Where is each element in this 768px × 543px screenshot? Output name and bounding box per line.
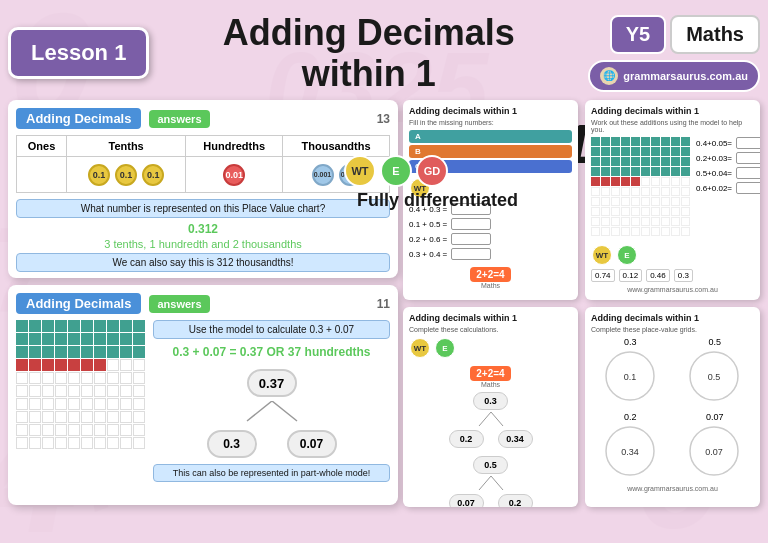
mg-cell xyxy=(661,227,670,236)
grid-cell xyxy=(81,385,93,397)
hundredths-cell: 0.01 xyxy=(186,157,283,193)
ws1-answer-4[interactable] xyxy=(451,248,491,260)
grid-card: Adding Decimals answers 11 (function(){ … xyxy=(8,285,398,505)
e-badge: E xyxy=(380,155,412,187)
grid-card-title: Adding Decimals xyxy=(16,293,141,314)
mg-cell xyxy=(661,187,670,196)
ws1-subtitle: Fill in the missing numbers: xyxy=(409,119,572,126)
ws2-left: (function(){ const mg = document.current… xyxy=(591,137,690,240)
grid-cell xyxy=(133,333,145,345)
mg-cell xyxy=(631,177,640,186)
grid-cell xyxy=(120,411,132,423)
ws2-q1: 0.4+0.05= xyxy=(696,137,760,149)
grid-cell xyxy=(16,424,28,436)
grid-cell xyxy=(120,398,132,410)
ws2-a1[interactable] xyxy=(736,137,760,149)
circle-svg-1: 0.1 xyxy=(603,349,658,404)
grid-cell xyxy=(81,372,93,384)
grid-cell xyxy=(68,398,80,410)
grid-cell xyxy=(107,424,119,436)
right-badges: Y5 Maths 🌐 grammarsaurus.com.au xyxy=(588,15,760,92)
mg-cell xyxy=(591,197,600,206)
grid-cell xyxy=(133,346,145,358)
svg-line-3 xyxy=(491,412,503,426)
instruction-box: Use the model to calculate 0.3 + 0.07 xyxy=(153,320,390,339)
ws1-answer-2[interactable] xyxy=(451,218,491,230)
grid-cell xyxy=(42,424,54,436)
ws2-a4[interactable] xyxy=(736,182,760,194)
grid-cell xyxy=(16,346,28,358)
mg-cell xyxy=(641,177,650,186)
mg-cell xyxy=(641,227,650,236)
ws1-q3: 0.2 + 0.6 = xyxy=(409,233,572,245)
grid-cell xyxy=(55,372,67,384)
grammarsaurus-badge: 🌐 grammarsaurus.com.au xyxy=(588,60,760,92)
grid-cell xyxy=(42,359,54,371)
circle-svg-2: 0.5 xyxy=(687,349,742,404)
grid-cell xyxy=(107,333,119,345)
mg-cell xyxy=(671,207,680,216)
grid-cell xyxy=(16,320,28,332)
grid-cell xyxy=(55,437,67,449)
mg-cell xyxy=(661,207,670,216)
mg-cell xyxy=(651,227,660,236)
grid-cell xyxy=(42,385,54,397)
pv-alt-text: We can also say this is 312 thousandths! xyxy=(16,253,390,272)
grid-cell xyxy=(81,333,93,345)
circle-svg-4: 0.07 xyxy=(687,424,742,479)
mg-cell xyxy=(651,197,660,206)
grid-cell xyxy=(55,385,67,397)
grid-cell xyxy=(55,320,67,332)
grid-cell xyxy=(68,359,80,371)
grid-cell xyxy=(120,424,132,436)
grid-cell xyxy=(81,424,93,436)
main-title: Adding Decimals within 1 xyxy=(149,12,588,95)
mg-cell xyxy=(611,207,620,216)
svg-text:0.5: 0.5 xyxy=(708,372,721,382)
ws2-values: 0.74 0.12 0.46 0.3 xyxy=(591,269,754,282)
grid-cell xyxy=(94,372,106,384)
grid-cell xyxy=(107,411,119,423)
mg-cell xyxy=(591,187,600,196)
ws1-answer-3[interactable] xyxy=(451,233,491,245)
grid-cell xyxy=(68,333,80,345)
mg-cell xyxy=(611,147,620,156)
grid-cell xyxy=(42,320,54,332)
ws2-a2[interactable] xyxy=(736,152,760,164)
grid-cell xyxy=(55,424,67,436)
circle-group-4: 0.07 0.07 xyxy=(676,412,755,481)
ws2-wt: WT xyxy=(592,245,612,265)
gd-badge: GD xyxy=(416,155,448,187)
grid-cell xyxy=(42,437,54,449)
mg-cell xyxy=(661,197,670,206)
ws2-q2: 0.2+0.03= xyxy=(696,152,760,164)
ws2-q4: 0.6+0.02= xyxy=(696,182,760,194)
grid-cell xyxy=(16,359,28,371)
grid-cell xyxy=(120,346,132,358)
mg-cell xyxy=(671,217,680,226)
grid-cell xyxy=(94,346,106,358)
ws2-a3[interactable] xyxy=(736,167,760,179)
mg-cell xyxy=(671,167,680,176)
grid-cell xyxy=(107,385,119,397)
diff-badges-row: WT E GD xyxy=(344,155,448,187)
mg-cell xyxy=(641,207,650,216)
fully-differentiated-label: Fully differentiated xyxy=(357,190,518,211)
mg-cell xyxy=(661,147,670,156)
pw-mini-2: 0.5 0.07 0.2 xyxy=(449,456,533,507)
ws3-title: Adding decimals within 1 xyxy=(409,313,572,323)
mg-cell xyxy=(631,157,640,166)
y5-badge: Y5 xyxy=(610,15,666,54)
pw-lines xyxy=(232,401,312,426)
place-value-card: Adding Decimals answers 13 Ones Tenths H… xyxy=(8,100,398,278)
mg-cell xyxy=(601,217,610,226)
grid-cell xyxy=(29,385,41,397)
header: Lesson 1 Adding Decimals within 1 Y5 Mat… xyxy=(8,8,760,98)
mg-cell xyxy=(631,217,640,226)
mg-cell xyxy=(641,167,650,176)
grid-cell xyxy=(107,437,119,449)
coin-0001a: 0.001 xyxy=(312,164,334,186)
grid-cell xyxy=(29,320,41,332)
svg-text:0.1: 0.1 xyxy=(623,372,636,382)
grid-cell xyxy=(133,424,145,436)
